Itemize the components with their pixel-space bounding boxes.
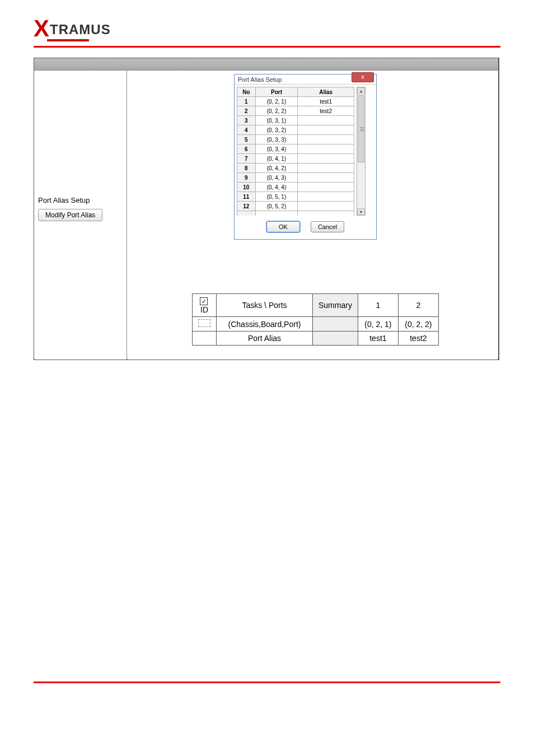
logo-text: TRAMUS: [50, 22, 111, 38]
left-panel: Port Alias Setup Modify Port Alias: [35, 71, 127, 360]
scroll-down-icon[interactable]: ▾: [357, 208, 365, 215]
table-row[interactable]: 4(0, 3, 2): [237, 125, 354, 135]
value-cell: (0, 2, 2): [398, 317, 438, 332]
scroll-grip: [360, 127, 364, 128]
result-table: ✓ID Tasks \ Ports Summary 1 2 (Chassis,B…: [192, 293, 439, 346]
result-row: Port Alias test1 test2: [193, 332, 439, 346]
empty-cell: [193, 332, 217, 346]
scroll-up-icon[interactable]: ▴: [357, 87, 365, 94]
col-port: Port: [255, 87, 298, 97]
result-header-row: ✓ID Tasks \ Ports Summary 1 2: [193, 294, 439, 317]
toggle-box-icon[interactable]: [198, 319, 210, 327]
port-alias-label: Port Alias: [217, 332, 313, 346]
scroll-thumb[interactable]: [358, 95, 364, 162]
table-row[interactable]: 8(0, 4, 2): [237, 164, 354, 173]
table-row[interactable]: 3(0, 3, 1): [237, 116, 354, 125]
brand-logo: X TRAMUS: [0, 0, 534, 40]
port-alias-grid: No Port Alias 1(0, 2, 1)test1 2(0, 2, 2)…: [237, 87, 354, 216]
dialog-titlebar: Port Alias Setup x: [235, 74, 376, 85]
dialog-button-row: OK Cancel: [235, 216, 376, 239]
table-row[interactable]: 6(0, 3, 4): [237, 144, 354, 154]
col-1-header: 1: [358, 294, 398, 317]
table-row[interactable]: 7(0, 4, 1): [237, 154, 354, 164]
logo-underline: [47, 39, 89, 41]
cancel-button[interactable]: Cancel: [311, 221, 344, 232]
logo-x: X: [34, 17, 50, 40]
right-panel: Port Alias Setup x No Port Alias 1(0, 2,…: [128, 71, 498, 360]
table-row[interactable]: 2(0, 2, 2)test2: [237, 106, 354, 116]
content-frame: Port Alias Setup Modify Port Alias Port …: [34, 58, 499, 360]
table-row[interactable]: 1(0, 2, 1)test1: [237, 97, 354, 106]
alias-cell: test2: [398, 332, 438, 346]
grid-scrollbar[interactable]: ▴ ▾: [357, 87, 366, 216]
footer-divider: [34, 682, 500, 683]
table-row[interactable]: 5(0, 3, 3): [237, 135, 354, 144]
col-2-header: 2: [398, 294, 438, 317]
table-row[interactable]: 9(0, 4, 3): [237, 173, 354, 183]
scroll-grip: [360, 130, 364, 131]
summary-cell: [313, 317, 358, 332]
ok-button[interactable]: OK: [266, 221, 300, 232]
table-row[interactable]: 12(0, 5, 2): [237, 202, 354, 211]
col-no: No: [237, 87, 256, 97]
alias-cell: test1: [358, 332, 398, 346]
value-cell: (0, 2, 1): [358, 317, 398, 332]
dialog-title-text: Port Alias Setup: [238, 76, 282, 83]
id-header-cell: ✓ID: [193, 294, 217, 317]
scroll-grip: [360, 129, 364, 129]
modify-port-alias-button[interactable]: Modify Port Alias: [38, 209, 102, 221]
table-row[interactable]: 11(0, 5, 1): [237, 192, 354, 202]
port-alias-setup-dialog: Port Alias Setup x No Port Alias 1(0, 2,…: [234, 74, 377, 240]
check-icon[interactable]: ✓: [200, 297, 208, 305]
id-label: ID: [200, 305, 208, 314]
header-divider: [34, 46, 500, 48]
row-toggle-cell[interactable]: [193, 317, 217, 332]
left-panel-title: Port Alias Setup: [38, 196, 127, 204]
table-row-partial: [237, 211, 354, 216]
frame-titlebar: [34, 58, 498, 71]
summary-header: Summary: [313, 294, 358, 317]
cbp-label: (Chassis,Board,Port): [217, 317, 313, 332]
summary-cell: [313, 332, 358, 346]
tasks-ports-header: Tasks \ Ports: [217, 294, 313, 317]
grid-header-row: No Port Alias: [237, 87, 354, 97]
table-row[interactable]: 10(0, 4, 4): [237, 183, 354, 192]
col-alias: Alias: [298, 87, 354, 97]
result-row: (Chassis,Board,Port) (0, 2, 1) (0, 2, 2): [193, 317, 439, 332]
close-icon[interactable]: x: [352, 72, 374, 82]
